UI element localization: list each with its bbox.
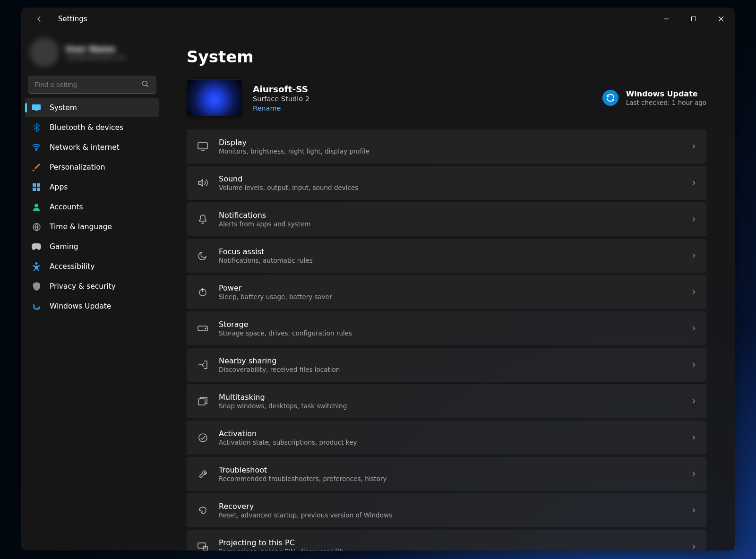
chevron-right-icon [690,252,697,259]
card-title: Activation [219,429,690,438]
title-bar: Settings [21,8,735,30]
card-subtitle: Snap windows, desktops, task switching [219,402,690,410]
sidebar-item-label: Network & internet [50,143,120,152]
card-sound[interactable]: SoundVolume levels, output, input, sound… [187,166,706,200]
profile-name: User Name [66,44,127,54]
maximize-button[interactable] [680,8,707,30]
card-multitasking[interactable]: MultitaskingSnap windows, desktops, task… [187,384,706,418]
back-icon [35,15,43,23]
search-input[interactable] [28,76,156,94]
profile-block[interactable]: User Name user@example.com [25,36,159,74]
card-storage[interactable]: StorageStorage space, drives, configurat… [187,311,706,345]
sidebar-item-gaming[interactable]: Gaming [25,237,159,256]
sound-icon [196,179,209,187]
svg-rect-3 [32,104,41,110]
accessibility-icon [32,262,41,271]
check-circle-icon [196,433,209,442]
chevron-right-icon [690,471,697,477]
sidebar-item-accessibility[interactable]: Accessibility [25,257,159,276]
windows-update-title: Windows Update [626,89,706,98]
globe-icon [32,222,41,232]
card-troubleshoot[interactable]: TroubleshootRecommended troubleshooters,… [187,457,706,491]
close-button[interactable] [707,8,735,30]
power-icon [196,288,209,296]
device-thumbnail [187,79,242,116]
card-recovery[interactable]: RecoveryReset, advanced startup, previou… [187,493,706,527]
card-projecting[interactable]: Projecting to this PCPermissions, pairin… [187,530,706,550]
card-focus-assist[interactable]: Focus assistNotifications, automatic rul… [187,239,706,273]
svg-rect-19 [198,543,206,548]
page-title: System [187,47,706,66]
brush-icon [32,163,41,172]
chevron-right-icon [690,216,697,223]
card-subtitle: Storage space, drives, configuration rul… [219,329,690,337]
main-content: System Aiursoft-SS Surface Studio 2 Rena… [163,30,735,550]
card-title: Sound [219,174,690,183]
card-display[interactable]: DisplayMonitors, brightness, night light… [187,129,706,163]
device-name: Aiursoft-SS [253,84,309,94]
sidebar-item-label: Privacy & security [50,282,116,291]
windows-update-summary[interactable]: Windows Update Last checked: 1 hour ago [602,89,706,106]
card-subtitle: Alerts from apps and system [219,220,690,228]
card-title: Power [219,284,690,292]
rename-button[interactable]: Rename [253,104,309,112]
card-notifications[interactable]: NotificationsAlerts from apps and system [187,202,706,236]
card-nearby-sharing[interactable]: Nearby sharingDiscoverability, received … [187,348,706,382]
card-subtitle: Discoverability, received files location [219,366,690,373]
svg-rect-6 [33,183,36,187]
chevron-right-icon [690,543,697,550]
sidebar-item-personalization[interactable]: Personalization [25,158,159,177]
multitask-icon [196,397,209,405]
card-title: Troubleshoot [219,465,690,474]
sidebar-item-update[interactable]: Windows Update [25,297,159,316]
nav-list: System Bluetooth & devices Network & int… [25,98,159,316]
sidebar-item-time[interactable]: Time & language [25,217,159,236]
avatar [30,38,59,67]
maximize-icon [691,16,696,22]
svg-rect-7 [37,183,40,187]
close-icon [718,16,724,22]
card-title: Multitasking [219,393,690,402]
card-title: Recovery [219,502,690,511]
sidebar-item-network[interactable]: Network & internet [25,138,159,157]
update-icon [602,90,619,106]
minimize-button[interactable] [653,8,680,30]
chevron-right-icon [690,289,697,295]
window-title: Settings [58,15,87,23]
card-power[interactable]: PowerSleep, battery usage, battery saver [187,275,706,309]
svg-point-2 [143,81,147,86]
gamepad-icon [32,242,41,251]
sidebar-item-label: Windows Update [50,302,111,310]
card-subtitle: Recommended troubleshooters, preferences… [219,475,690,482]
sidebar-item-label: Personalization [50,163,105,172]
sidebar: User Name user@example.com System Blueto… [21,30,163,550]
sidebar-item-label: Apps [50,183,68,191]
settings-window: Settings User Name user@example.com [21,8,735,550]
card-subtitle: Notifications, automatic rules [219,257,690,264]
svg-rect-13 [198,143,207,149]
svg-rect-4 [35,111,38,112]
search-icon [141,80,150,88]
card-subtitle: Reset, advanced startup, previous versio… [219,511,690,519]
card-subtitle: Monitors, brightness, night light, displ… [219,147,690,155]
device-model: Surface Studio 2 [253,95,309,103]
svg-point-18 [199,434,207,442]
card-activation[interactable]: ActivationActivation state, subscription… [187,421,706,455]
chevron-right-icon [690,507,697,514]
svg-point-16 [205,328,206,329]
sidebar-item-label: Accessibility [50,262,94,271]
settings-cards: DisplayMonitors, brightness, night light… [187,129,706,550]
sidebar-item-apps[interactable]: Apps [25,178,159,197]
card-title: Focus assist [219,247,690,256]
card-title: Notifications [219,211,690,220]
sidebar-item-system[interactable]: System [25,98,159,117]
sidebar-item-bluetooth[interactable]: Bluetooth & devices [25,118,159,137]
shield-icon [32,282,41,291]
share-icon [196,361,209,369]
chevron-right-icon [690,398,697,404]
sidebar-item-accounts[interactable]: Accounts [25,198,159,216]
back-button[interactable] [31,10,48,27]
sidebar-item-privacy[interactable]: Privacy & security [25,277,159,296]
svg-rect-1 [692,17,696,21]
card-title: Display [219,138,690,147]
